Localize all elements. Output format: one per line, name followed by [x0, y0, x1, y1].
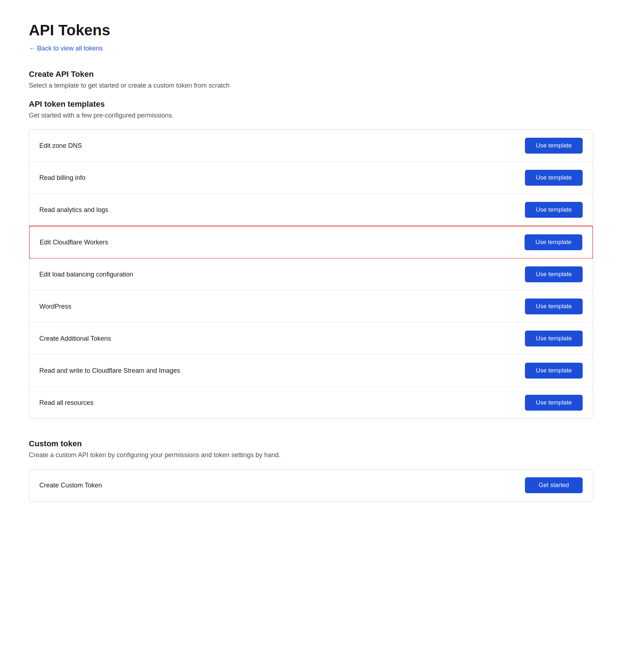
- template-row-create-additional-tokens: Create Additional TokensUse template: [29, 323, 593, 355]
- template-name-read-analytics-logs: Read analytics and logs: [39, 206, 108, 214]
- use-template-button-edit-zone-dns[interactable]: Use template: [525, 138, 583, 154]
- create-api-token-section: Create API Token Select a template to ge…: [29, 70, 593, 419]
- back-to-tokens-link[interactable]: ← Back to view all tokens: [29, 45, 103, 52]
- template-name-read-all-resources: Read all resources: [39, 399, 93, 407]
- custom-token-section: Custom token Create a custom API token b…: [29, 439, 593, 501]
- template-row-read-all-resources: Read all resourcesUse template: [29, 387, 593, 419]
- custom-token-row: Create Custom Token Get started: [29, 469, 593, 501]
- template-row-edit-zone-dns: Edit zone DNSUse template: [29, 130, 593, 162]
- use-template-button-create-additional-tokens[interactable]: Use template: [525, 331, 583, 346]
- use-template-button-read-all-resources[interactable]: Use template: [525, 395, 583, 411]
- custom-token-label: Create Custom Token: [39, 482, 102, 489]
- create-section-description: Select a template to get started or crea…: [29, 82, 593, 89]
- template-name-wordpress: WordPress: [39, 303, 71, 310]
- template-name-create-additional-tokens: Create Additional Tokens: [39, 335, 111, 342]
- get-started-button[interactable]: Get started: [525, 477, 583, 493]
- use-template-button-wordpress[interactable]: Use template: [525, 299, 583, 314]
- template-row-wordpress: WordPressUse template: [29, 291, 593, 323]
- use-template-button-read-write-stream-images[interactable]: Use template: [525, 363, 583, 379]
- use-template-button-edit-load-balancing[interactable]: Use template: [525, 266, 583, 282]
- custom-section-title: Custom token: [29, 439, 593, 448]
- template-row-read-analytics-logs: Read analytics and logsUse template: [29, 194, 593, 226]
- custom-token-table: Create Custom Token Get started: [29, 469, 593, 501]
- templates-table: Edit zone DNSUse templateRead billing in…: [29, 129, 593, 419]
- template-row-edit-cloudflare-workers: Edit Cloudflare WorkersUse template: [29, 226, 593, 259]
- use-template-button-read-analytics-logs[interactable]: Use template: [525, 202, 583, 218]
- template-row-edit-load-balancing: Edit load balancing configurationUse tem…: [29, 258, 593, 291]
- template-name-edit-zone-dns: Edit zone DNS: [39, 142, 82, 150]
- template-name-edit-cloudflare-workers: Edit Cloudflare Workers: [40, 239, 108, 246]
- template-name-edit-load-balancing: Edit load balancing configuration: [39, 271, 133, 278]
- create-section-title: Create API Token: [29, 70, 593, 79]
- templates-section-description: Get started with a few pre-configured pe…: [29, 112, 593, 119]
- template-name-read-billing-info: Read billing info: [39, 174, 86, 182]
- use-template-button-edit-cloudflare-workers[interactable]: Use template: [525, 234, 582, 250]
- template-row-read-billing-info: Read billing infoUse template: [29, 162, 593, 194]
- template-name-read-write-stream-images: Read and write to Cloudflare Stream and …: [39, 367, 180, 375]
- templates-section-title: API token templates: [29, 100, 593, 109]
- use-template-button-read-billing-info[interactable]: Use template: [525, 170, 583, 186]
- template-row-read-write-stream-images: Read and write to Cloudflare Stream and …: [29, 355, 593, 387]
- custom-section-description: Create a custom API token by configuring…: [29, 451, 593, 459]
- page-title: API Tokens: [29, 22, 593, 39]
